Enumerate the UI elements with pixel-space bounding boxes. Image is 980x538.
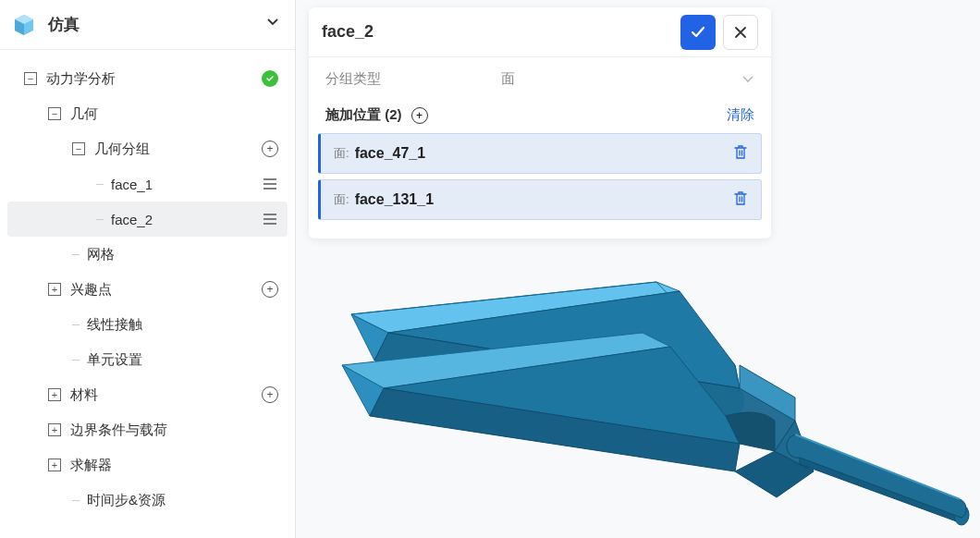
collapse-icon[interactable]: −	[48, 107, 61, 120]
tree-node-mesh[interactable]: 网格	[7, 237, 288, 272]
list-item[interactable]: 面: face_47_1	[318, 133, 762, 174]
position-list-title: 施加位置 (2)	[325, 106, 402, 124]
chevron-down-icon[interactable]	[741, 71, 754, 88]
tree-node-face-1[interactable]: face_1	[7, 166, 288, 202]
panel-header: face_2	[309, 7, 771, 57]
cube-icon	[11, 12, 37, 38]
tree-tick-icon	[72, 360, 80, 361]
menu-icon[interactable]	[260, 174, 280, 194]
delete-icon[interactable]	[733, 190, 748, 210]
list-item[interactable]: 面: face_131_1	[318, 179, 762, 220]
add-icon[interactable]: +	[260, 139, 280, 159]
tree-node-dynamics[interactable]: − 动力学分析	[7, 61, 288, 96]
group-type-row[interactable]: 分组类型 面	[309, 57, 771, 97]
tree-node-linear-contact[interactable]: 线性接触	[7, 307, 288, 342]
tree-node-solver[interactable]: + 求解器	[7, 447, 288, 483]
tree-tick-icon	[96, 219, 104, 220]
add-position-button[interactable]: +	[411, 107, 428, 124]
group-type-label: 分组类型	[325, 70, 501, 88]
panel-title: face_2	[322, 22, 673, 42]
tree-tick-icon	[72, 324, 80, 325]
add-icon[interactable]: +	[260, 385, 280, 405]
tree-node-bc-load[interactable]: + 边界条件与载荷	[7, 412, 288, 447]
collapse-icon[interactable]: −	[72, 142, 85, 155]
tree-tick-icon	[96, 184, 104, 185]
add-icon[interactable]: +	[260, 279, 280, 300]
viewport[interactable]: face_2 分组类型 面 施加位置 (2) + 清除 面	[296, 0, 980, 538]
tree: − 动力学分析 − 几何 − 几何分组 + face_1	[0, 50, 295, 529]
position-list: 面: face_47_1 面: face_131_1	[309, 133, 771, 238]
tree-node-material[interactable]: + 材料 +	[7, 377, 288, 412]
sidebar-title: 仿真	[48, 14, 80, 35]
dropdown-icon[interactable]	[267, 13, 278, 30]
tree-tick-icon	[72, 500, 80, 501]
expand-icon[interactable]: +	[48, 388, 61, 401]
tuning-fork-model[interactable]	[314, 277, 980, 536]
sidebar-header: 仿真	[0, 0, 295, 50]
position-list-header: 施加位置 (2) + 清除	[309, 97, 771, 133]
tree-node-geometry[interactable]: − 几何	[7, 96, 288, 131]
clear-button[interactable]: 清除	[727, 106, 754, 124]
status-success-icon	[260, 68, 280, 89]
list-item-name: face_47_1	[355, 145, 733, 162]
group-type-value: 面	[501, 70, 741, 88]
confirm-button[interactable]	[680, 15, 716, 50]
tree-node-timestep[interactable]: 时间步&资源	[7, 483, 288, 518]
close-button[interactable]	[723, 15, 758, 50]
tree-node-face-2[interactable]: face_2	[7, 202, 288, 237]
tree-node-geometry-group[interactable]: − 几何分组 +	[7, 131, 288, 166]
expand-icon[interactable]: +	[48, 283, 61, 296]
tree-node-unit-settings[interactable]: 单元设置	[7, 342, 288, 377]
list-item-prefix: 面:	[334, 191, 349, 208]
menu-icon[interactable]	[260, 209, 280, 229]
property-panel: face_2 分组类型 面 施加位置 (2) + 清除 面	[309, 7, 771, 238]
collapse-icon[interactable]: −	[24, 72, 37, 85]
tree-node-poi[interactable]: + 兴趣点 +	[7, 272, 288, 307]
tree-tick-icon	[72, 254, 80, 255]
delete-icon[interactable]	[733, 144, 748, 164]
expand-icon[interactable]: +	[48, 459, 61, 471]
expand-icon[interactable]: +	[48, 423, 61, 436]
list-item-name: face_131_1	[355, 191, 733, 208]
list-item-prefix: 面:	[334, 145, 349, 162]
sidebar: 仿真 − 动力学分析 − 几何 − 几何分组 +	[0, 0, 296, 538]
